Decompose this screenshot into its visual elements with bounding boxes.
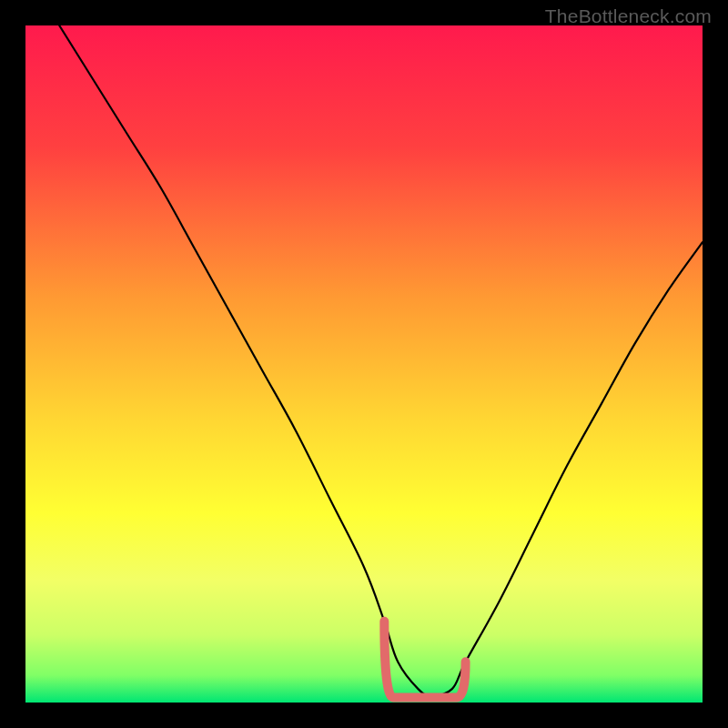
- watermark-text: TheBottleneck.com: [545, 5, 712, 27]
- chart-canvas: [25, 25, 703, 703]
- chart-background: [25, 25, 703, 703]
- bottleneck-chart: [25, 25, 703, 703]
